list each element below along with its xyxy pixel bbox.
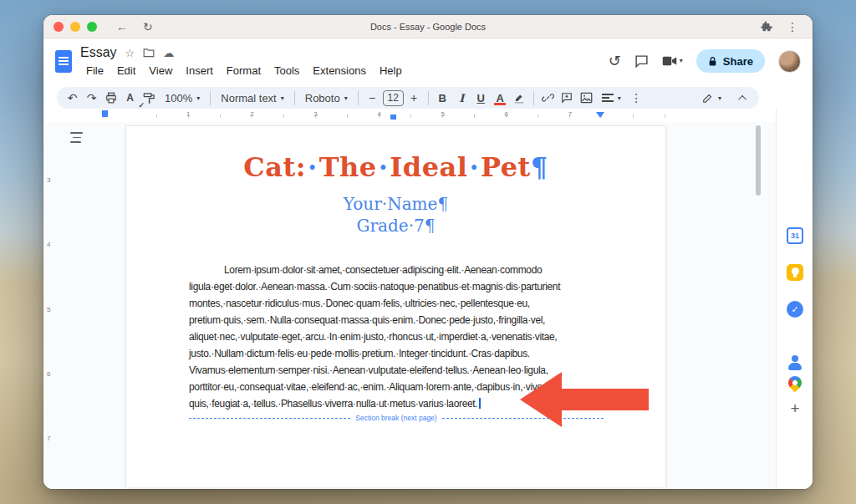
spellcheck-icon[interactable]: A✓ [121,89,139,107]
ruler-number: 6 [47,370,50,378]
ruler-number: 5 [441,110,445,118]
docs-header: Essay ☆ ☁ FileEditViewInsertFormatToolsE… [43,38,813,84]
add-comment-icon[interactable] [558,89,576,107]
account-avatar[interactable] [778,50,801,73]
share-label: Share [723,55,753,68]
print-icon[interactable] [102,89,120,107]
document-page[interactable]: Cat:·The·Ideal·Pet¶ Your·Name¶ Grade·7¶ … [125,125,666,487]
insert-link-icon[interactable] [539,89,557,107]
align-select[interactable]: ▾ [597,94,626,102]
title-word: Pet [481,151,531,183]
zoom-select[interactable]: 100%▾ [160,92,205,104]
body-line: justo.·Nullam·dictum·felis·eu·pede·molli… [189,345,604,362]
calendar-icon[interactable]: 31 [787,227,803,244]
title-word: Ideal [390,151,467,183]
font-size-input[interactable]: 12 [383,90,404,106]
space-mark: · [306,151,319,183]
underline-button[interactable]: U [472,89,490,107]
title-word: The [319,151,377,183]
menu-insert[interactable]: Insert [180,64,219,78]
body-line: ligula·eget·dolor.·Aenean·massa.·Cum·soc… [189,278,604,295]
pen-icon [702,92,714,104]
comments-icon[interactable] [634,54,649,69]
increase-font-size-button[interactable]: + [405,89,423,107]
body-line: aliquet·nec,·vulputate·eget,·arcu.·In·en… [189,328,604,345]
browser-menu-kebab-icon[interactable]: ⋮ [782,19,802,34]
meet-video-call-button[interactable]: ▾ [662,55,683,67]
ruler-number: 3 [313,110,317,118]
menu-edit[interactable]: Edit [111,64,141,78]
contacts-icon[interactable] [787,354,803,371]
menu-tools[interactable]: Tools [268,64,305,78]
section-break-dash [189,418,350,419]
extensions-puzzle-icon[interactable] [761,21,772,33]
ruler-number: 1 [186,110,190,118]
menu-format[interactable]: Format [221,64,267,78]
title-word: Cat: [243,151,306,183]
section-break-label: Section break (next page) [350,414,441,422]
add-addon-button[interactable]: + [777,400,813,418]
titlebar: ← ↻ Docs - Essay - Google Docs ⋮ [43,15,813,38]
cloud-status-icon[interactable]: ☁ [163,48,174,59]
bold-button[interactable]: B [434,89,451,107]
document-title[interactable]: Essay [80,45,117,60]
move-folder-icon[interactable] [143,48,155,58]
highlight-color-icon[interactable] [511,89,528,107]
annotation-arrow [520,372,649,427]
vertical-ruler: 34567 [43,122,56,489]
ruler-number: 4 [377,110,380,118]
ruler-margin-marker[interactable] [102,110,108,117]
font-select[interactable]: Roboto▾ [300,92,353,104]
document-outline-icon[interactable] [70,132,83,143]
workspace-side-panel: 31 ✓ + › [776,109,813,489]
ruler-number: 7 [47,435,50,442]
menu-bar: FileEditViewInsertFormatToolsExtensionsH… [80,62,408,79]
ruler-right-indent-marker[interactable] [596,112,604,118]
chevron-up-icon [738,94,746,103]
italic-button[interactable]: I [453,89,471,107]
redo-icon[interactable]: ↷ [83,89,100,107]
google-docs-logo-icon[interactable] [55,50,72,73]
more-tools-icon[interactable]: ⋮ [628,89,645,107]
version-history-icon[interactable]: ↺ [609,53,621,69]
space-mark: · [467,151,481,183]
decrease-font-size-button[interactable]: − [364,89,381,107]
share-button[interactable]: Share [696,49,765,73]
lock-icon [708,56,717,67]
body-line: pretium·quis,·sem.·Nulla·consequat·massa… [189,312,604,328]
ruler-number: 6 [505,110,508,118]
space-mark: · [377,151,390,183]
editing-mode-select[interactable]: ▾ [697,92,726,104]
menu-help[interactable]: Help [374,64,408,78]
menu-view[interactable]: View [143,64,178,78]
ruler-number: 7 [568,110,572,118]
tasks-icon[interactable]: ✓ [787,301,803,318]
align-left-icon [602,94,614,102]
menu-file[interactable]: File [80,64,110,78]
keep-icon[interactable] [787,264,803,281]
pilcrow-mark: ¶ [531,151,548,183]
undo-icon[interactable]: ↶ [64,89,81,107]
paragraph-style-select[interactable]: Normal text▾ [216,92,288,104]
vertical-scrollbar[interactable] [756,125,761,196]
text-cursor [479,398,481,409]
text-color-button[interactable]: A [492,89,509,107]
ruler-tab-stop-marker[interactable] [390,115,396,120]
doc-byline: Your·Name¶ [126,193,665,215]
star-icon[interactable]: ☆ [125,48,135,59]
ruler-number: 4 [47,241,50,248]
videocam-icon [662,55,677,67]
browser-window: ← ↻ Docs - Essay - Google Docs ⋮ Essay ☆… [43,15,813,489]
window-title: Docs - Essay - Google Docs [43,22,813,32]
menu-extensions[interactable]: Extensions [307,64,372,78]
body-line: Lorem·ipsum·dolor·sit·amet,·consectetuer… [189,262,604,278]
chevron-down-icon: ▾ [680,58,683,64]
collapse-menus-button[interactable] [735,89,752,107]
toolbar: ↶ ↷ A✓ 100%▾ Normal text▾ Roboto▾ − 12 +… [57,87,759,109]
insert-image-icon[interactable] [578,89,595,107]
maps-icon[interactable] [787,374,803,391]
body-line: montes,·nascetur·ridiculus·mus.·Donec·qu… [189,295,604,312]
ruler-number: 2 [250,110,253,118]
doc-heading: Cat:·The·Ideal·Pet¶ [126,150,665,185]
horizontal-ruler[interactable]: 1234567 [43,109,776,122]
